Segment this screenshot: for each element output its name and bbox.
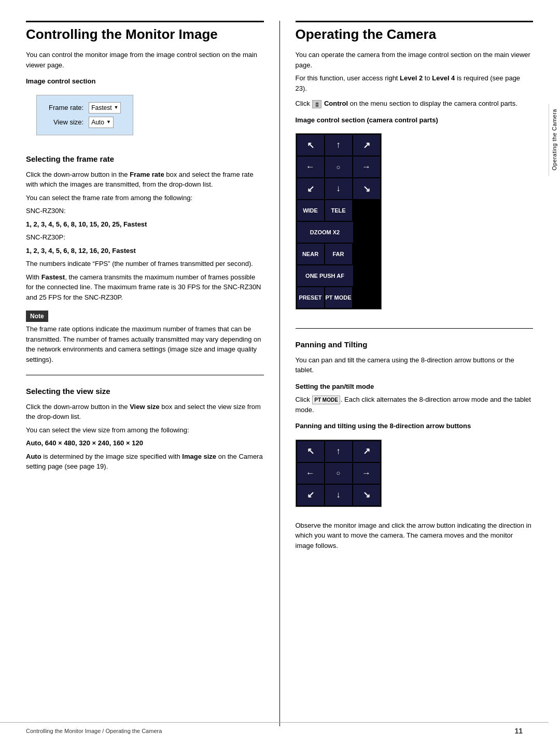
snc-rz30n-values-bold: 1, 2, 3, 4, 5, 6, 8, 10, 15, 20, 25, Fas…: [26, 220, 147, 228]
right-section-title: Operating the Camera: [296, 21, 534, 43]
click-text: Click: [296, 100, 310, 107]
click-post: on the menu section to display the camer…: [350, 100, 517, 107]
auto-bold: Auto: [26, 453, 41, 460]
setting-pan-tilt-title: Setting the pan/tilt mode: [296, 382, 534, 392]
view-size-values: Auto, 640 × 480, 320 × 240, 160 × 120: [26, 438, 264, 448]
frame-rate-bold1: Frame rate: [130, 171, 164, 178]
content-area: Controlling the Monitor Image You can co…: [0, 0, 549, 747]
frame-rate-label: Frame rate:: [46, 101, 86, 115]
view-size-p1: Click the down-arrow button in the View …: [26, 402, 264, 422]
right-intro2: For this function, user access right Lev…: [296, 73, 534, 93]
camera-row-5: DZOOM X2: [297, 222, 380, 243]
note-label: Note: [26, 311, 48, 322]
camera-row-4: WIDE TELE: [297, 200, 380, 221]
camera-row-8: PRESET PT MODE: [297, 287, 380, 308]
snc-rz30n-label: SNC-RZ30N:: [26, 206, 264, 216]
frame-rate-p2: You can select the frame rate from among…: [26, 193, 264, 203]
camera-row-2: ← ○ →: [297, 157, 380, 177]
view-size-value: Auto: [91, 118, 104, 127]
frame-rate-row: Frame rate: Fastest ▼: [46, 101, 123, 115]
footer-left-text: Controlling the Monitor Image / Operatin…: [26, 727, 162, 736]
frame-rate-input-cell[interactable]: Fastest ▼: [86, 101, 123, 115]
control-bold: Control: [324, 100, 348, 107]
camera-row-7: ONE PUSH AF: [297, 265, 380, 286]
left-intro: You can control the monitor image from t…: [26, 50, 264, 70]
camera-btn-near[interactable]: NEAR: [297, 244, 324, 264]
frame-rate-value: Fastest: [91, 103, 111, 112]
control-icon: 🎛: [312, 100, 321, 108]
note-section: Note The frame rate options indicate the…: [26, 311, 264, 364]
camera-btn-far[interactable]: FAR: [325, 244, 352, 264]
left-section-title: Controlling the Monitor Image: [26, 21, 264, 43]
small-camera-btn-center[interactable]: ○: [325, 463, 352, 484]
camera-row-1: ↖ ↑ ↗: [297, 135, 380, 156]
camera-btn-center[interactable]: ○: [325, 157, 352, 177]
image-size-bold: Image size: [182, 453, 216, 460]
frame-rate-p1: Click the down-arrow button in the Frame…: [26, 170, 264, 190]
view-size-section-title: Selecting the view size: [26, 386, 264, 398]
snc-rz30n-values: 1, 2, 3, 4, 5, 6, 8, 10, 15, 20, 25, Fas…: [26, 219, 264, 230]
image-control-label: Image control section: [26, 76, 264, 87]
small-camera-btn-s[interactable]: ↓: [325, 485, 352, 505]
frame-rate-input[interactable]: Fastest ▼: [89, 102, 121, 114]
sidebar-tab-text: Operating the Camera: [550, 109, 559, 171]
camera-btn-ne[interactable]: ↗: [353, 135, 380, 156]
view-size-p2: You can select the view size from among …: [26, 425, 264, 435]
panning-tilting-p1: You can pan and tilt the camera using th…: [296, 355, 534, 375]
click-instruction: Click 🎛 Control on the menu section to d…: [296, 98, 534, 109]
frame-rate-p3: The numbers indicate “FPS” (the number o…: [26, 259, 264, 269]
camera-btn-wide[interactable]: WIDE: [297, 200, 324, 221]
image-control-table: Frame rate: Fastest ▼ View size: A: [46, 101, 123, 130]
frame-rate-section-title: Selecting the frame rate: [26, 153, 264, 165]
panning-8dir-p1: Observe the monitor image and click the …: [296, 520, 534, 551]
small-camera-btn-se[interactable]: ↘: [353, 485, 380, 505]
frame-rate-dropdown-arrow[interactable]: ▼: [114, 104, 119, 111]
setting-pan-tilt-p1: Click PT MODE. Each click alternates the…: [296, 394, 534, 415]
camera-btn-one-push-af[interactable]: ONE PUSH AF: [297, 265, 353, 286]
view-size-input[interactable]: Auto ▼: [89, 117, 114, 128]
panning-8dir-title: Panning and tilting using the 8-directio…: [296, 421, 534, 431]
view-size-input-cell[interactable]: Auto ▼: [86, 115, 123, 130]
snc-rz30p-label: SNC-RZ30P:: [26, 232, 264, 243]
footer-page-number: 11: [514, 726, 523, 737]
left-column: Controlling the Monitor Image You can co…: [26, 21, 280, 726]
view-size-dropdown-arrow[interactable]: ▼: [106, 119, 111, 126]
small-camera-btn-n[interactable]: ↑: [325, 441, 352, 462]
camera-btn-s[interactable]: ↓: [325, 178, 352, 199]
image-control-box: Frame rate: Fastest ▼ View size: A: [36, 95, 133, 135]
small-camera-btn-e[interactable]: →: [353, 463, 380, 484]
camera-btn-n[interactable]: ↑: [325, 135, 352, 156]
footer-bar: Controlling the Monitor Image / Operatin…: [0, 722, 549, 737]
fastest-bold: Fastest: [41, 273, 65, 281]
small-camera-btn-ne[interactable]: ↗: [353, 441, 380, 462]
small-camera-btn-w[interactable]: ←: [297, 463, 324, 484]
camera-btn-w[interactable]: ←: [297, 157, 324, 177]
panning-tilting-title: Panning and Tilting: [296, 339, 534, 351]
small-camera-btn-sw[interactable]: ↙: [297, 485, 324, 505]
camera-btn-e[interactable]: →: [353, 157, 380, 177]
right-column: Operating the Camera You can operate the…: [296, 21, 534, 726]
camera-btn-tele[interactable]: TELE: [325, 200, 352, 221]
snc-rz30p-values-bold: 1, 2, 3, 4, 5, 6, 8, 12, 16, 20, Fastest: [26, 247, 136, 255]
camera-btn-dzoom[interactable]: DZOOM X2: [297, 222, 353, 243]
small-camera-row-1: ↖ ↑ ↗: [297, 441, 380, 462]
camera-btn-sw[interactable]: ↙: [297, 178, 324, 199]
right-intro1: You can operate the camera from the imag…: [296, 50, 534, 70]
camera-control-grid-small: ↖ ↑ ↗ ← ○ → ↙ ↓ ↘: [296, 440, 382, 507]
view-size-values-bold: Auto, 640 × 480, 320 × 240, 160 × 120: [26, 439, 143, 447]
view-size-bold1: View size: [130, 403, 160, 411]
small-camera-row-3: ↙ ↓ ↘: [297, 485, 380, 505]
camera-control-grid-large: ↖ ↑ ↗ ← ○ → ↙ ↓ ↘ WIDE TELE: [296, 133, 382, 309]
view-size-label: View size:: [46, 115, 86, 130]
view-size-row: View size: Auto ▼: [46, 115, 123, 130]
camera-btn-nw[interactable]: ↖: [297, 135, 324, 156]
camera-control-label: Image control section (camera control pa…: [296, 115, 534, 125]
pt-mode-icon: PT MODE: [312, 396, 340, 404]
camera-btn-se[interactable]: ↘: [353, 178, 380, 199]
small-camera-btn-nw[interactable]: ↖: [297, 441, 324, 462]
note-text: The frame rate options indicate the maxi…: [26, 324, 264, 364]
frame-rate-p4: With Fastest, the camera transmits the m…: [26, 272, 264, 303]
level2-bold: Level 2: [400, 74, 423, 82]
camera-btn-preset[interactable]: PRESET: [297, 287, 324, 308]
camera-btn-pt-mode[interactable]: PT MODE: [325, 287, 352, 308]
